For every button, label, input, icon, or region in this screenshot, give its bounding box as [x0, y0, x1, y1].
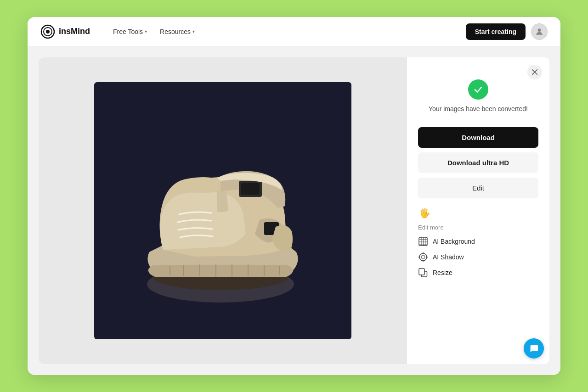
edit-button[interactable]: Edit: [418, 178, 538, 198]
svg-point-28: [421, 255, 425, 259]
logo-icon: [40, 24, 55, 39]
logo-text: insMind: [59, 27, 90, 36]
ai-shadow-icon: [418, 252, 428, 262]
close-button[interactable]: [527, 65, 542, 79]
action-buttons: Download Download ultra HD Edit: [418, 127, 538, 198]
svg-rect-10: [241, 183, 260, 195]
resize-label: Resize: [433, 269, 452, 276]
hand-icon: 🖐: [419, 207, 430, 218]
success-area: Your images have been converted!: [418, 79, 538, 112]
nav-right: Start creating: [466, 23, 548, 40]
success-icon: [468, 79, 488, 100]
shoe-illustration: [103, 91, 342, 330]
nav-free-tools[interactable]: Free Tools ▾: [108, 25, 152, 38]
content-card: Your images have been converted! Downloa…: [39, 57, 549, 364]
chat-widget[interactable]: [524, 338, 544, 358]
avatar[interactable]: [531, 23, 548, 40]
shoe-image-container: [94, 82, 351, 339]
right-panel: Your images have been converted! Downloa…: [407, 57, 549, 364]
svg-point-2: [46, 30, 50, 34]
ai-shadow-item[interactable]: AI Shadow: [418, 252, 538, 262]
chevron-down-icon: ▾: [145, 29, 147, 34]
resize-item[interactable]: Resize: [418, 268, 538, 278]
ai-background-item[interactable]: AI Background: [418, 236, 538, 246]
hand-icon-area: 🖐: [418, 207, 538, 218]
edit-more-items: AI Background: [418, 236, 538, 278]
main-content: Your images have been converted! Downloa…: [28, 46, 560, 375]
start-creating-button[interactable]: Start creating: [466, 23, 526, 40]
edit-more-label: Edit more: [418, 224, 538, 231]
navbar: insMind Free Tools ▾ Resources ▾ Start c…: [28, 17, 560, 46]
download-hd-button[interactable]: Download ultra HD: [418, 152, 538, 173]
download-button[interactable]: Download: [418, 127, 538, 148]
ai-background-icon: [418, 236, 428, 246]
chat-icon: [529, 343, 539, 353]
svg-point-3: [538, 28, 541, 32]
browser-window: insMind Free Tools ▾ Resources ▾ Start c…: [28, 17, 560, 375]
ai-background-label: AI Background: [433, 238, 475, 245]
svg-rect-33: [419, 269, 424, 275]
ai-shadow-label: AI Shadow: [433, 253, 464, 261]
logo-area: insMind: [40, 24, 90, 39]
nav-resources[interactable]: Resources ▾: [155, 25, 199, 38]
chevron-down-icon: ▾: [192, 29, 195, 34]
resize-icon: [418, 268, 428, 278]
success-message: Your images have been converted!: [429, 105, 528, 112]
image-section: [39, 57, 407, 364]
svg-point-27: [419, 253, 427, 261]
nav-links: Free Tools ▾ Resources ▾: [108, 25, 451, 38]
